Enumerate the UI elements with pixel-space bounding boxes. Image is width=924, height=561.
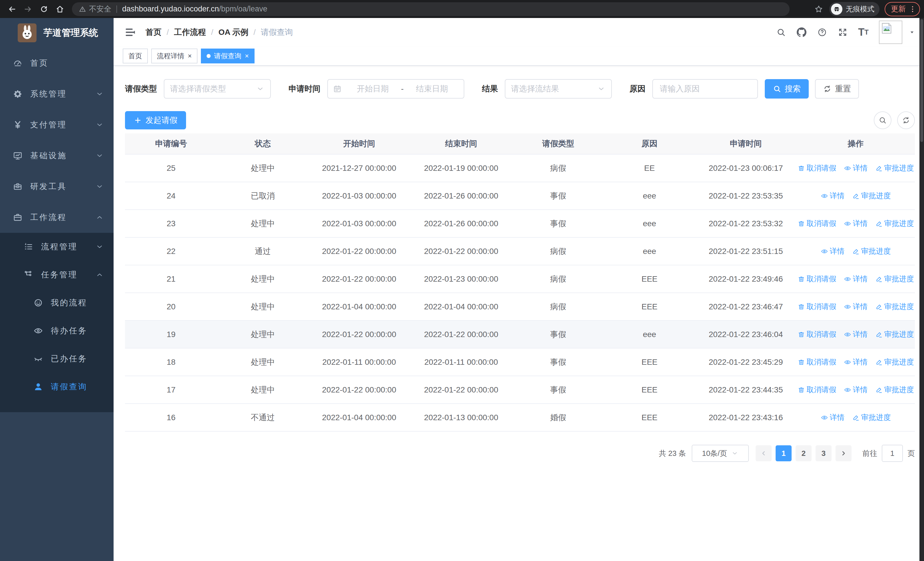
detail-link[interactable]: 详情 [844, 302, 868, 311]
detail-link[interactable]: 详情 [844, 218, 868, 229]
breadcrumb-workflow[interactable]: 工作流程 [174, 27, 206, 38]
home-icon[interactable] [54, 3, 66, 15]
cell-end: 2022-01-26 00:00:00 [410, 191, 513, 200]
approval-progress-link[interactable]: 审批进度 [875, 357, 914, 367]
sidebar-item-task-mgmt[interactable]: 任务管理 [0, 261, 114, 289]
forward-icon[interactable] [22, 3, 34, 15]
sidebar-item-process-mgmt[interactable]: 流程管理 [0, 233, 114, 261]
reason-input[interactable] [654, 80, 756, 98]
github-icon[interactable] [796, 27, 807, 38]
page-size-select[interactable]: 10条/页 [692, 445, 749, 462]
close-icon[interactable]: × [188, 52, 192, 60]
approval-progress-link[interactable]: 审批进度 [875, 163, 914, 173]
page-button-2[interactable]: 2 [796, 445, 812, 461]
reload-icon[interactable] [38, 3, 50, 15]
refresh-table-button[interactable] [897, 111, 915, 129]
page-button-1[interactable]: 1 [776, 445, 792, 461]
sidebar-item-system[interactable]: 系统管理 [0, 78, 114, 110]
detail-link[interactable]: 详情 [821, 246, 844, 256]
help-icon[interactable] [817, 27, 827, 38]
cancel-leave-link[interactable]: 取消请假 [798, 357, 836, 367]
avatar-caret-icon[interactable] [909, 29, 915, 36]
close-icon[interactable]: × [245, 52, 249, 60]
create-leave-button[interactable]: 发起请假 [125, 111, 186, 129]
sidebar-item-todo-tasks[interactable]: 待办任务 [0, 317, 114, 345]
app-logo[interactable]: 芋道管理系统 [0, 18, 114, 48]
cell-id: 20 [125, 302, 217, 311]
approval-progress-link[interactable]: 审批进度 [852, 246, 891, 256]
approval-progress-link[interactable]: 审批进度 [852, 191, 891, 201]
cancel-leave-link[interactable]: 取消请假 [798, 302, 836, 311]
detail-link[interactable]: 详情 [844, 329, 868, 339]
table-row: 16不通过2022-01-04 00:00:002022-01-13 00:00… [125, 404, 915, 432]
address-bar[interactable]: 不安全 dashboard.yudao.iocoder.cn /bpm/oa/l… [72, 2, 790, 16]
sidebar-item-dev-tools[interactable]: 研发工具 [0, 171, 114, 202]
cell-applied: 2022-01-23 00:06:17 [695, 164, 796, 173]
eye-icon [821, 414, 828, 421]
monitor-icon [12, 150, 23, 161]
sidebar-item-my-process[interactable]: 我的流程 [0, 289, 114, 317]
sidebar-item-workflow[interactable]: 工作流程 [0, 202, 114, 233]
detail-link[interactable]: 详情 [844, 274, 868, 284]
detail-link[interactable]: 详情 [844, 357, 868, 367]
breadcrumb-home[interactable]: 首页 [146, 27, 162, 38]
update-button[interactable]: 更新 [885, 2, 920, 16]
goto-page-input[interactable] [882, 445, 903, 462]
date-start-placeholder[interactable]: 开始日期 [346, 83, 399, 94]
detail-link[interactable]: 详情 [844, 163, 868, 173]
tab-process-detail[interactable]: 流程详情× [151, 48, 198, 63]
leave-type-label: 请假类型 [125, 83, 157, 94]
column-header-start: 开始时间 [309, 138, 410, 149]
plus-icon [134, 116, 142, 125]
fullscreen-icon[interactable] [837, 27, 848, 38]
sidebar-collapse-icon[interactable] [124, 27, 136, 38]
incognito-badge[interactable]: 无痕模式 [829, 2, 879, 16]
search-icon[interactable] [776, 27, 786, 38]
toggle-search-button[interactable] [874, 111, 891, 129]
approval-progress-link[interactable]: 审批进度 [875, 385, 914, 395]
cancel-leave-link[interactable]: 取消请假 [798, 329, 836, 339]
sidebar-item-infrastructure[interactable]: 基础设施 [0, 140, 114, 171]
approval-progress-link[interactable]: 审批进度 [875, 218, 914, 229]
user-avatar[interactable] [879, 21, 902, 44]
tab-leave-query[interactable]: 请假查询× [201, 48, 255, 63]
reset-button[interactable]: 重置 [815, 79, 859, 99]
approval-progress-link[interactable]: 审批进度 [875, 274, 914, 284]
date-end-placeholder[interactable]: 结束日期 [405, 83, 459, 94]
prev-page-button[interactable] [756, 445, 772, 461]
browser-menu-icon[interactable] [909, 5, 916, 13]
chevron-down-icon [95, 151, 104, 160]
cancel-leave-link[interactable]: 取消请假 [798, 385, 836, 395]
edit-icon [875, 220, 883, 227]
next-page-button[interactable] [836, 445, 852, 461]
sidebar-item-done-tasks[interactable]: 已办任务 [0, 345, 114, 373]
action-link-label: 详情 [853, 274, 868, 284]
result-select[interactable]: 请选择流结果 [505, 79, 612, 99]
apply-time-range-picker[interactable]: 开始日期 - 结束日期 [327, 79, 464, 99]
back-icon[interactable] [6, 3, 18, 15]
sidebar-item-home[interactable]: 首页 [0, 48, 114, 78]
search-button[interactable]: 搜索 [765, 79, 809, 99]
font-size-icon[interactable]: TT [858, 27, 868, 38]
sidebar-item-label: 任务管理 [41, 269, 78, 280]
breadcrumb-oa-example[interactable]: OA 示例 [219, 27, 249, 38]
security-label[interactable]: 不安全 [89, 4, 111, 14]
tab-home[interactable]: 首页 [123, 48, 148, 63]
sidebar-item-payment[interactable]: 支付管理 [0, 110, 114, 140]
approval-progress-link[interactable]: 审批进度 [875, 302, 914, 311]
sidebar-item-leave-query[interactable]: 请假查询 [0, 373, 114, 401]
detail-link[interactable]: 详情 [821, 412, 844, 423]
approval-progress-link[interactable]: 审批进度 [875, 329, 914, 339]
leave-type-select[interactable]: 请选择请假类型 [164, 79, 271, 99]
page-scrollbar[interactable] [920, 18, 924, 561]
approval-progress-link[interactable]: 审批进度 [852, 412, 891, 423]
cancel-leave-link[interactable]: 取消请假 [798, 274, 836, 284]
detail-link[interactable]: 详情 [821, 191, 844, 201]
detail-link[interactable]: 详情 [844, 385, 868, 395]
action-link-label: 取消请假 [807, 357, 836, 367]
cancel-leave-link[interactable]: 取消请假 [798, 218, 836, 229]
cancel-leave-link[interactable]: 取消请假 [798, 163, 836, 173]
bookmark-star-icon[interactable] [814, 4, 824, 14]
page-button-3[interactable]: 3 [816, 445, 831, 461]
scrollbar-thumb[interactable] [920, 19, 923, 142]
